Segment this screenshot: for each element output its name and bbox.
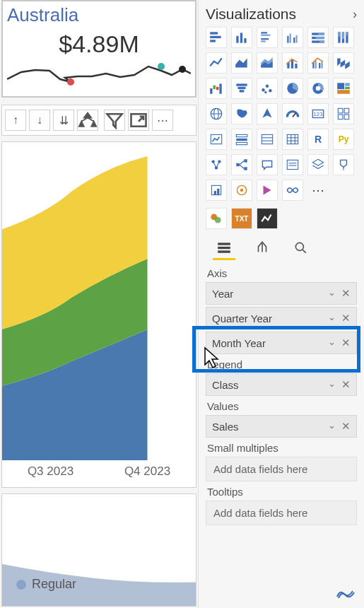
viz-donut[interactable]	[307, 78, 329, 99]
svg-rect-54	[337, 90, 350, 94]
remove-icon[interactable]: ✕	[341, 420, 351, 433]
expand-all-button[interactable]	[77, 110, 98, 131]
viz-power-apps[interactable]	[206, 180, 227, 201]
chevron-down-icon[interactable]: ⌄	[328, 337, 336, 349]
viz-waterfall[interactable]	[206, 78, 227, 99]
custom-txt-visual[interactable]: TXT	[231, 208, 252, 229]
custom-visual-3[interactable]	[257, 208, 278, 229]
drill-down-button[interactable]: ↓	[29, 110, 50, 131]
tab-format[interactable]	[252, 238, 272, 257]
custom-visual-1[interactable]	[206, 208, 227, 229]
axis-field-quarter[interactable]: Quarter Year ⌄✕	[206, 307, 357, 329]
svg-rect-51	[337, 83, 344, 89]
chevron-down-icon[interactable]: ⌄	[328, 287, 336, 300]
viz-table[interactable]	[257, 129, 278, 150]
viz-stacked-area[interactable]	[257, 52, 278, 74]
svg-rect-6	[210, 40, 216, 42]
kpi-card[interactable]: Australia $4.89M	[1, 0, 196, 98]
viz-decomp-tree[interactable]	[231, 154, 252, 175]
svg-point-44	[262, 88, 264, 91]
watermark-icon	[331, 583, 360, 604]
tooltips-placeholder[interactable]: Add data fields here	[206, 501, 357, 525]
chevron-down-icon[interactable]: ⌄	[328, 420, 336, 433]
remove-icon[interactable]: ✕	[341, 287, 351, 300]
svg-point-78	[218, 160, 221, 163]
format-tabs	[206, 236, 357, 262]
svg-line-86	[240, 165, 245, 169]
secondary-chart-card[interactable]: Regular	[1, 493, 196, 607]
tab-fields[interactable]	[214, 238, 234, 257]
legend-field-class[interactable]: Class ⌄✕	[206, 373, 357, 396]
viz-ribbon[interactable]	[333, 52, 354, 74]
viz-stacked-bar[interactable]	[206, 27, 227, 48]
area-chart-card[interactable]: Q3 2023 Q4 2023	[1, 141, 196, 488]
viz-card[interactable]: 123	[307, 103, 329, 124]
viz-get-more[interactable]: ⋯	[307, 180, 329, 201]
focus-mode-button[interactable]	[128, 110, 149, 131]
svg-rect-10	[261, 32, 267, 33]
smallmult-placeholder[interactable]: Add data fields here	[206, 457, 357, 481]
tab-analytics[interactable]	[290, 238, 310, 257]
viz-100-bar[interactable]	[307, 27, 329, 48]
viz-clustered-column[interactable]	[282, 27, 303, 48]
viz-goals[interactable]	[333, 154, 354, 175]
expand-pane-icon[interactable]: ›	[353, 7, 357, 22]
viz-more[interactable]	[282, 180, 303, 201]
svg-line-80	[213, 162, 216, 168]
viz-line[interactable]	[206, 52, 227, 74]
expand-down-button[interactable]: ⇊	[53, 110, 74, 131]
viz-line-column[interactable]	[282, 52, 303, 74]
viz-slicer[interactable]	[231, 129, 252, 150]
svg-rect-23	[319, 40, 324, 42]
svg-rect-29	[346, 32, 348, 35]
axis-field-year[interactable]: Year ⌄✕	[206, 282, 357, 305]
viz-area[interactable]	[231, 52, 252, 74]
axis-field-month[interactable]: Month Year ⌄✕	[206, 332, 357, 354]
axis-well-label: Axis	[207, 267, 357, 279]
remove-icon[interactable]: ✕	[341, 337, 351, 349]
svg-point-47	[264, 91, 266, 93]
svg-point-97	[215, 217, 221, 223]
viz-qa[interactable]	[257, 154, 278, 175]
svg-rect-13	[261, 40, 266, 42]
viz-r-script[interactable]: R	[307, 129, 329, 150]
drill-up-button[interactable]: ↑	[5, 110, 26, 131]
viz-azure-map[interactable]	[257, 103, 278, 124]
viz-matrix[interactable]	[282, 129, 303, 150]
filter-button[interactable]	[104, 110, 125, 131]
svg-rect-38	[213, 86, 216, 90]
svg-rect-25	[338, 32, 340, 37]
viz-line-clustered[interactable]	[307, 52, 329, 74]
remove-icon[interactable]: ✕	[341, 378, 351, 391]
svg-rect-21	[316, 37, 324, 39]
viz-filled-map[interactable]	[231, 103, 252, 124]
viz-kpi[interactable]	[206, 129, 227, 150]
viz-funnel[interactable]	[231, 78, 252, 99]
viz-stacked-column[interactable]	[231, 27, 252, 48]
x-label: Q3 2023	[28, 464, 74, 479]
svg-rect-11	[261, 35, 270, 36]
viz-py-script[interactable]: Py	[333, 129, 354, 150]
values-field-sales[interactable]: Sales ⌄✕	[206, 415, 357, 438]
svg-point-2	[179, 66, 186, 73]
svg-rect-92	[214, 191, 216, 195]
viz-gauge[interactable]	[282, 103, 303, 124]
more-options-button[interactable]: ⋯	[152, 110, 173, 131]
legend-item-regular[interactable]: Regular	[16, 577, 76, 592]
viz-multi-card[interactable]	[333, 103, 354, 124]
viz-arcgis[interactable]	[231, 180, 252, 201]
remove-icon[interactable]: ✕	[341, 312, 351, 325]
viz-key-influencers[interactable]	[206, 154, 227, 175]
viz-clustered-bar[interactable]	[257, 27, 278, 48]
chevron-down-icon[interactable]: ⌄	[328, 378, 336, 391]
viz-narrative[interactable]	[282, 154, 303, 175]
viz-map[interactable]	[206, 103, 227, 124]
viz-100-column[interactable]	[333, 27, 354, 48]
svg-text:123: 123	[314, 111, 323, 117]
viz-power-automate[interactable]	[257, 180, 278, 201]
viz-treemap[interactable]	[333, 78, 354, 99]
chevron-down-icon[interactable]: ⌄	[328, 312, 336, 325]
viz-pie[interactable]	[282, 78, 303, 99]
viz-paginated[interactable]	[307, 154, 329, 175]
viz-scatter[interactable]	[257, 78, 278, 99]
